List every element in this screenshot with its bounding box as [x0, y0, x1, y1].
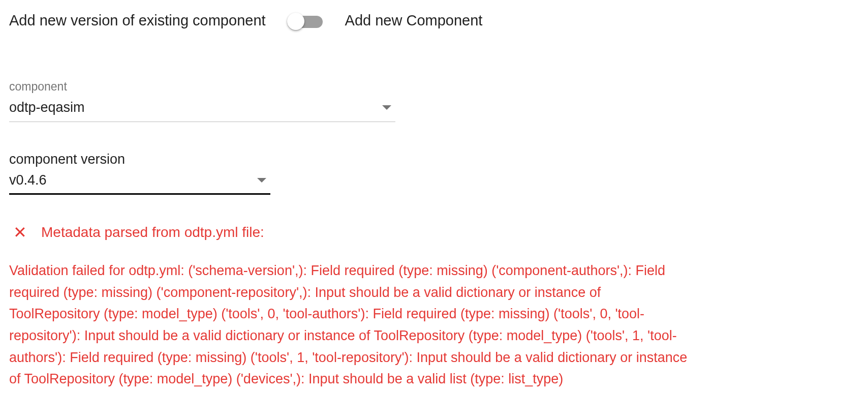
- switch-thumb: [287, 13, 304, 30]
- mode-toggle[interactable]: [288, 14, 323, 28]
- component-select[interactable]: odtp-eqasim: [9, 98, 395, 122]
- error-header: ✕ Metadata parsed from odtp.yml file:: [9, 224, 859, 241]
- component-label: component: [9, 80, 859, 94]
- chevron-down-icon: [257, 178, 266, 183]
- error-title: Metadata parsed from odtp.yml file:: [41, 224, 264, 241]
- version-field-group: component version v0.4.6: [9, 152, 859, 195]
- close-icon: ✕: [9, 224, 27, 241]
- toggle-label-left: Add new version of existing component: [9, 12, 266, 29]
- component-field-group: component odtp-eqasim: [9, 80, 859, 122]
- toggle-label-right: Add new Component: [345, 12, 483, 29]
- error-message: Validation failed for odtp.yml: ('schema…: [9, 260, 690, 390]
- version-select-value: v0.4.6: [9, 172, 47, 188]
- component-select-value: odtp-eqasim: [9, 100, 85, 115]
- mode-toggle-row: Add new version of existing component Ad…: [9, 12, 859, 29]
- version-select[interactable]: v0.4.6: [9, 170, 270, 195]
- chevron-down-icon: [382, 105, 391, 110]
- version-label: component version: [9, 152, 859, 167]
